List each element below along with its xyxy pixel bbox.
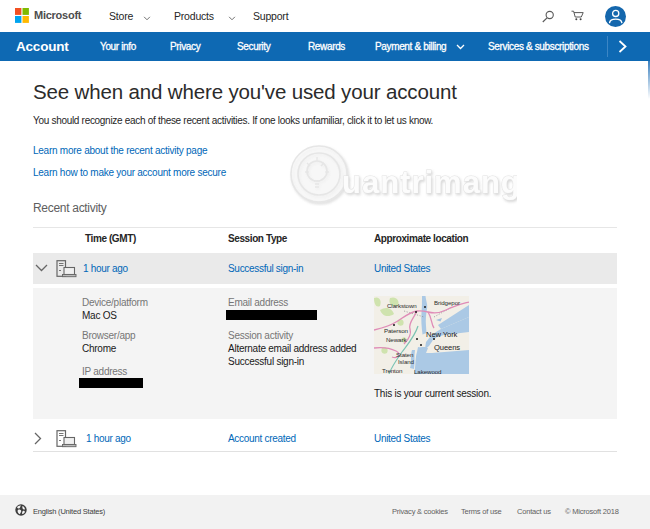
svg-text:Queens: Queens xyxy=(434,343,460,352)
svg-text:Clarkstown: Clarkstown xyxy=(387,302,417,309)
svg-text:Trenton: Trenton xyxy=(382,367,403,374)
svg-text:Paterson: Paterson xyxy=(384,327,409,334)
svg-text:Bridgepor: Bridgepor xyxy=(434,299,460,306)
svg-text:Lakewood: Lakewood xyxy=(414,368,442,375)
svg-text:New York: New York xyxy=(426,330,458,339)
svg-text:Newark: Newark xyxy=(386,336,407,343)
svg-text:Island: Island xyxy=(398,358,415,365)
svg-text:Staten: Staten xyxy=(396,351,414,358)
svg-text:uantrimang: uantrimang xyxy=(342,165,517,200)
